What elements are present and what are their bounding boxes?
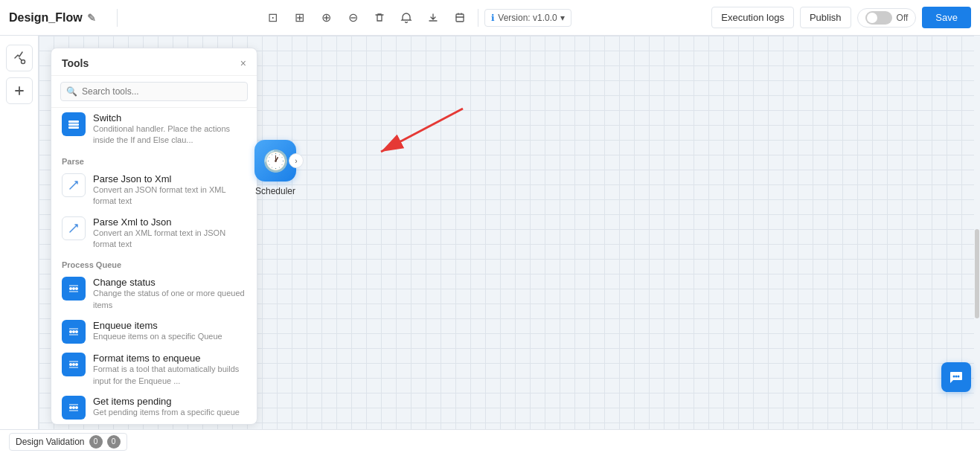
tool-item-change-status[interactable]: Change status Change the status of one o… [51,272,257,315]
scheduler-clock-icon: 🕐 [263,149,289,173]
svg-point-12 [72,363,75,366]
zoom-out-button[interactable]: ⊖ [341,6,365,30]
get-items-pending-desc: Get pending items from a specific queue [93,407,246,418]
toolbar-tools: ⊡ ⊞ ⊕ ⊖ ℹ Version: v1.0.0 ▾ [126,6,706,30]
tools-panel-close-button[interactable]: × [240,57,246,69]
scheduler-icon-wrap: 🕐 › [254,140,296,181]
scheduler-node[interactable]: 🕐 › Scheduler [254,140,296,196]
design-validation-badge[interactable]: Design Validation 0 0 [9,433,127,451]
tools-search-input[interactable] [60,82,248,101]
tool-item-get-items-pending[interactable]: Get items pending Get pending items from… [51,391,257,424]
chat-float-button[interactable] [941,362,971,392]
change-status-desc: Change the status of one or more queued … [93,288,246,311]
parse-xml-json-info: Parse Xml to Json Convert an XML format … [93,216,246,251]
tool-item-parse-xml-json[interactable]: Parse Xml to Json Convert an XML format … [51,212,257,255]
info-icon: ℹ [491,13,495,23]
canvas-area[interactable]: Tools × 🔍 Switch Conditional handle [39,36,980,429]
tool-item-enqueue-items[interactable]: Enqueue items Enqueue items on a specifi… [51,315,257,348]
format-items-info: Format items to enqueue Format is a tool… [93,353,246,387]
save-button[interactable]: Save [922,7,971,28]
arrange-button[interactable]: ⊞ [287,6,311,30]
parse-xml-json-desc: Convert an XML format text in JSON forma… [93,228,246,251]
svg-point-9 [72,330,75,333]
change-status-icon [62,277,86,301]
switch-tool-desc: Conditional handler. Place the actions i… [93,123,246,147]
search-icon: 🔍 [66,86,77,97]
svg-point-11 [69,363,72,366]
enqueue-items-info: Enqueue items Enqueue items on a specifi… [93,320,246,342]
topbar: Design_Flow ✎ ⊡ ⊞ ⊕ ⊖ ℹ Version: v1.0.0 … [0,0,980,36]
left-icon-bar [0,36,39,429]
svg-point-20 [958,376,960,378]
toggle-wrap[interactable]: Off [857,8,917,28]
toggle-thumb [867,13,877,23]
version-label: Version: v1.0.0 [498,13,557,23]
svg-rect-0 [456,14,464,22]
change-status-name: Change status [93,277,246,288]
scheduler-expand-button[interactable]: › [289,153,304,168]
app-title: Design_Flow [9,11,83,25]
main-area: Tools × 🔍 Switch Conditional handle [0,36,980,429]
svg-point-8 [69,330,72,333]
topbar-divider-2 [478,9,478,27]
download-button[interactable] [421,6,445,30]
enqueue-items-icon [62,320,86,344]
process-queue-section-label: Process Queue [51,254,257,272]
chevron-down-icon: ▾ [560,13,565,23]
format-items-desc: Format is a tool that automatically buil… [93,364,246,387]
svg-point-15 [72,406,75,409]
publish-button[interactable]: Publish [800,7,851,28]
svg-point-10 [75,330,78,333]
scrollbar-thumb [975,229,979,318]
execution-logs-button[interactable]: Execution logs [711,7,794,28]
svg-rect-4 [68,126,79,129]
parse-json-xml-name: Parse Json to Xml [93,173,246,184]
tools-icon-button[interactable] [6,45,33,71]
parse-json-xml-icon [62,173,86,197]
svg-point-19 [955,376,958,378]
version-badge[interactable]: ℹ Version: v1.0.0 ▾ [484,9,571,27]
svg-point-5 [69,287,72,290]
format-items-name: Format items to enqueue [93,353,246,364]
tool-item-parse-json-xml[interactable]: Parse Json to Xml Convert an JSON format… [51,169,257,212]
delete-button[interactable] [368,6,391,30]
svg-rect-2 [68,121,79,123]
tools-search-wrap: 🔍 [60,82,248,101]
tool-item-format-items[interactable]: Format items to enqueue Format is a tool… [51,348,257,391]
validation-count-2: 0 [107,435,121,449]
svg-rect-3 [68,123,79,126]
validation-count-1: 0 [89,435,103,449]
parse-section-label: Parse [51,151,257,169]
enqueue-items-name: Enqueue items [93,320,246,331]
scheduler-label: Scheduler [255,186,295,196]
bottom-bar: Design Validation 0 0 [0,429,980,453]
bell-button[interactable] [394,6,418,30]
svg-point-18 [953,376,955,378]
edit-title-icon[interactable]: ✎ [87,12,96,24]
tools-panel-title: Tools [62,57,89,69]
svg-point-14 [69,406,72,409]
fit-button[interactable]: ⊡ [260,6,284,30]
format-items-icon [62,353,86,376]
enqueue-items-desc: Enqueue items on a specific Queue [93,331,246,342]
right-scrollbar[interactable] [974,36,980,429]
parse-json-xml-desc: Convert an JSON format text in XML forma… [93,184,246,208]
zoom-in-button[interactable]: ⊕ [314,6,338,30]
get-items-pending-name: Get items pending [93,396,246,407]
svg-point-7 [75,287,78,290]
tools-panel: Tools × 🔍 Switch Conditional handle [51,48,257,425]
tools-search-area: 🔍 [51,76,257,108]
app-title-wrap: Design_Flow ✎ [9,11,96,25]
design-validation-label: Design Validation [16,437,85,447]
svg-point-6 [72,287,75,290]
annotation-arrow [321,101,470,161]
parse-xml-json-name: Parse Xml to Json [93,216,246,228]
export-button[interactable] [448,6,472,30]
toggle-track[interactable] [865,11,892,25]
parse-xml-json-icon [62,216,86,240]
parse-json-xml-info: Parse Json to Xml Convert an JSON format… [93,173,246,208]
topbar-divider-1 [117,9,118,27]
add-icon-button[interactable] [6,77,33,104]
topbar-right: Execution logs Publish Off Save [711,7,971,28]
tool-item-switch[interactable]: Switch Conditional handler. Place the ac… [51,108,257,151]
